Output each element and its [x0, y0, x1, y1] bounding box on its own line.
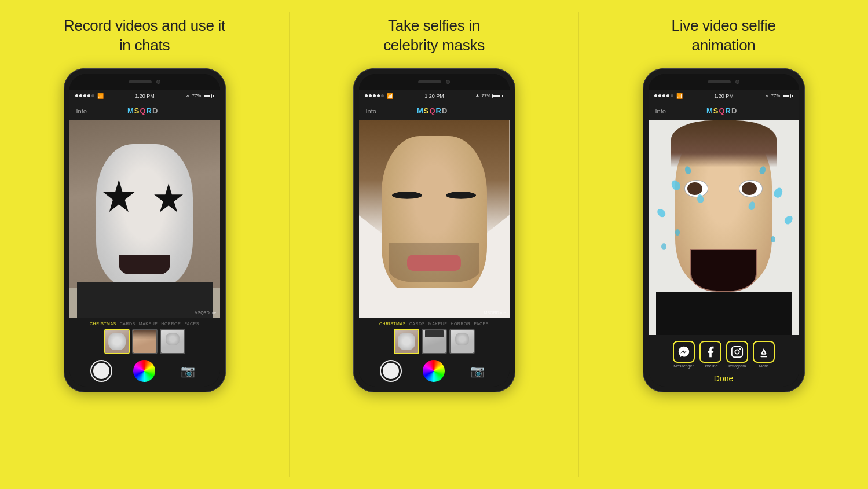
more-icon — [757, 345, 770, 358]
app-logo-1: MSQRD — [127, 106, 158, 115]
panel-1-title: Record videos and use it in chats — [64, 16, 225, 56]
svg-point-1 — [735, 350, 739, 354]
phone-bottom-3: Messenger Timeline — [649, 335, 799, 387]
share-more[interactable]: More — [753, 341, 775, 368]
cat-faces-2[interactable]: FACES — [474, 322, 488, 326]
camera-view-2[interactable]: MSQRD.me — [359, 120, 510, 318]
done-button[interactable]: Done — [653, 373, 794, 384]
mouth-3 — [690, 249, 756, 292]
cat-horror-1[interactable]: HORROR — [161, 322, 181, 326]
phone-3-top-bar — [649, 74, 799, 90]
shutter-btn-2[interactable] — [380, 360, 402, 382]
battery-pct-3: 77% — [771, 93, 780, 98]
thumb-1-2[interactable] — [160, 329, 185, 354]
time-2: 1:20 PM — [424, 93, 444, 99]
battery-pct-2: 77% — [481, 93, 490, 98]
svg-rect-0 — [731, 346, 742, 356]
info-btn-1[interactable]: Info — [76, 108, 87, 115]
shirt-1 — [77, 282, 213, 318]
thumb-2-0[interactable] — [394, 329, 419, 354]
phone-1-screen: 📶 1:20 PM ∗ 77% Info MSQRD — [69, 74, 220, 387]
thumb-2-2[interactable] — [449, 329, 475, 354]
info-btn-2[interactable]: Info — [366, 108, 376, 115]
more-label: More — [759, 364, 768, 368]
app-header-2: Info MSQRD — [359, 102, 510, 120]
time-3: 1:20 PM — [714, 93, 734, 99]
flip-icon-2: 📷 — [470, 364, 485, 378]
camera-controls-1: 📷 — [74, 358, 215, 384]
camera-controls-2: 📷 — [364, 358, 505, 384]
cat-cards-1[interactable]: CARDS — [120, 322, 135, 326]
cat-faces-1[interactable]: FACES — [184, 322, 199, 326]
app-logo-3: MSQRD — [706, 106, 737, 115]
cat-makeup-1[interactable]: MAKEUP — [139, 322, 158, 326]
flip-camera-btn-1[interactable]: 📷 — [177, 360, 199, 382]
cat-makeup-2[interactable]: MAKEUP — [428, 322, 448, 326]
speaker-2 — [418, 80, 441, 83]
shutter-btn-1[interactable] — [90, 360, 112, 382]
share-messenger[interactable]: Messenger — [673, 341, 695, 368]
filter-thumbs-1 — [74, 329, 215, 354]
thumb-1-0[interactable] — [104, 329, 130, 354]
phone-3-screen: 📶 1:20 PM ∗ 77% Info MSQRD — [649, 74, 799, 387]
camera-view-3[interactable] — [649, 120, 799, 335]
front-camera-3 — [735, 80, 739, 84]
panel-3: Live video selfie animation 📶 — [579, 0, 868, 489]
wifi-icon-3: 📶 — [676, 93, 683, 99]
cat-horror-2[interactable]: HORROR — [451, 322, 470, 326]
thumb-1-1[interactable] — [132, 329, 158, 354]
battery-area-2: ∗ 77% — [475, 93, 503, 98]
status-bar-3: 📶 1:20 PM ∗ 77% — [649, 90, 799, 102]
instagram-label: Instagram — [728, 364, 746, 368]
signal-dots-2 — [365, 94, 384, 97]
shirt-3 — [656, 292, 792, 334]
flip-camera-btn-2[interactable]: 📷 — [466, 360, 488, 382]
bluetooth-icon-3: ∗ — [765, 93, 769, 98]
eye-right-2 — [446, 192, 476, 198]
eye-left-2 — [392, 192, 422, 198]
wifi-icon-2: 📶 — [387, 93, 393, 99]
phone-1-top-bar — [69, 74, 220, 90]
share-timeline[interactable]: Timeline — [699, 341, 721, 368]
speaker-1 — [129, 80, 152, 83]
panel-2: Take selfies in celebrity masks 📶 — [290, 0, 578, 489]
status-bar-1: 📶 1:20 PM ∗ 77% — [69, 90, 220, 102]
phone-3: 📶 1:20 PM ∗ 77% Info MSQRD — [643, 68, 805, 392]
info-btn-3[interactable]: Info — [655, 108, 666, 115]
instagram-icon — [731, 345, 744, 358]
camera-view-1[interactable]: MSQRD.me — [69, 120, 220, 318]
flip-icon-1: 📷 — [181, 364, 195, 378]
facebook-icon — [704, 345, 717, 358]
signal-dots-3 — [654, 94, 673, 97]
battery-pct-1: 77% — [192, 93, 201, 98]
watermark-2: MSQRD.me — [484, 311, 506, 315]
battery-icon-1 — [203, 94, 214, 98]
color-wheel-btn-2[interactable] — [423, 360, 445, 382]
app-header-1: Info MSQRD — [69, 102, 220, 120]
cat-christmas-1[interactable]: CHRISTMAS — [90, 322, 116, 326]
color-wheel-btn-1[interactable] — [133, 360, 155, 382]
svg-point-2 — [739, 348, 741, 350]
cat-cards-2[interactable]: CARDS — [409, 322, 425, 326]
filter-thumbs-2 — [364, 329, 505, 354]
front-camera-2 — [446, 80, 450, 84]
thumb-2-1[interactable] — [422, 329, 447, 354]
wifi-icon-1: 📶 — [97, 93, 104, 99]
app-header-3: Info MSQRD — [649, 102, 799, 120]
speaker-3 — [708, 80, 731, 83]
front-camera-1 — [156, 80, 160, 84]
phone-2: 📶 1:20 PM ∗ 77% Info MSQRD — [353, 68, 515, 392]
panel-1: Record videos and use it in chats — [0, 0, 289, 489]
cat-christmas-2[interactable]: CHRISTMAS — [379, 322, 406, 326]
phone-2-top-bar — [359, 74, 510, 90]
app-logo-2: MSQRD — [417, 106, 448, 115]
battery-area-3: ∗ 77% — [765, 93, 793, 98]
bluetooth-icon-2: ∗ — [475, 93, 479, 98]
phone-bottom-1: CHRISTMAS CARDS MAKEUP HORROR FACES — [69, 318, 220, 387]
share-instagram[interactable]: Instagram — [726, 341, 748, 368]
battery-area-1: ∗ 77% — [186, 93, 214, 98]
messenger-label: Messenger — [673, 364, 694, 368]
share-buttons-3: Messenger Timeline — [653, 339, 794, 370]
status-bar-2: 📶 1:20 PM ∗ 77% — [359, 90, 510, 102]
panel-2-title: Take selfies in celebrity masks — [383, 16, 485, 56]
